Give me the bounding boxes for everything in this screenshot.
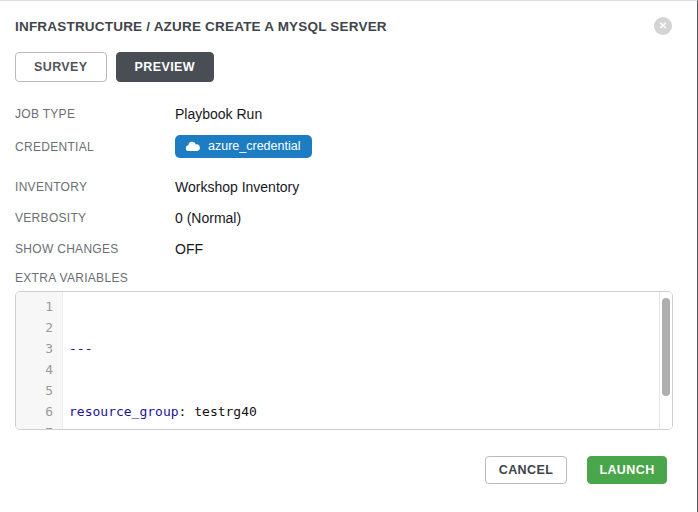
- line-number: 5: [16, 380, 53, 401]
- line-number: 7: [16, 422, 53, 429]
- code-line: ---: [69, 338, 257, 359]
- detail-row-job-type: JOB TYPE Playbook Run: [15, 104, 672, 124]
- verbosity-label: VERBOSITY: [15, 211, 175, 225]
- job-type-value: Playbook Run: [175, 106, 262, 122]
- inventory-value: Workshop Inventory: [175, 179, 299, 195]
- modal-footer: CANCEL LAUNCH: [485, 456, 667, 484]
- job-type-label: JOB TYPE: [15, 107, 175, 121]
- detail-row-credential: CREDENTIAL azure_credential: [15, 135, 672, 158]
- code-scroll-area: 1 2 3 4 5 6 7 --- resource_group: testrg…: [16, 292, 672, 429]
- editor-scrollbar[interactable]: [659, 292, 672, 429]
- extra-variables-label: EXTRA VARIABLES: [15, 271, 672, 285]
- line-number-gutter: 1 2 3 4 5 6 7: [16, 292, 63, 429]
- cloud-icon: [185, 141, 200, 152]
- credential-badge-label: azure_credential: [208, 139, 300, 153]
- modal-header: INFRASTRUCTURE / AZURE CREATE A MYSQL SE…: [15, 1, 672, 35]
- code-line: resource_group: testrg40: [69, 401, 257, 422]
- detail-row-inventory: INVENTORY Workshop Inventory: [15, 177, 672, 197]
- line-number: 2: [16, 317, 53, 338]
- credential-label: CREDENTIAL: [15, 140, 175, 154]
- tab-bar: SURVEY PREVIEW: [15, 52, 672, 82]
- tab-survey[interactable]: SURVEY: [15, 52, 107, 82]
- line-number: 6: [16, 401, 53, 422]
- line-number: 1: [16, 296, 53, 317]
- extra-variables-editor[interactable]: 1 2 3 4 5 6 7 --- resource_group: testrg…: [15, 291, 673, 430]
- job-details: JOB TYPE Playbook Run CREDENTIAL azure_c…: [15, 104, 672, 259]
- show-changes-label: SHOW CHANGES: [15, 242, 175, 256]
- detail-row-show-changes: SHOW CHANGES OFF: [15, 239, 672, 259]
- cancel-button[interactable]: CANCEL: [485, 456, 567, 484]
- code-content: --- resource_group: testrg40 location: e…: [63, 296, 257, 429]
- verbosity-value: 0 (Normal): [175, 210, 241, 226]
- job-launch-preview-modal: INFRASTRUCTURE / AZURE CREATE A MYSQL SE…: [0, 1, 697, 512]
- inventory-label: INVENTORY: [15, 180, 175, 194]
- editor-scrollbar-thumb[interactable]: [662, 298, 670, 396]
- launch-button[interactable]: LAUNCH: [587, 456, 667, 484]
- show-changes-value: OFF: [175, 241, 203, 257]
- line-number: 4: [16, 359, 53, 380]
- detail-row-verbosity: VERBOSITY 0 (Normal): [15, 208, 672, 228]
- close-icon[interactable]: ✕: [654, 17, 672, 35]
- page-title: INFRASTRUCTURE / AZURE CREATE A MYSQL SE…: [15, 19, 387, 34]
- credential-badge[interactable]: azure_credential: [175, 135, 312, 158]
- tab-preview[interactable]: PREVIEW: [116, 52, 214, 82]
- line-number: 3: [16, 338, 53, 359]
